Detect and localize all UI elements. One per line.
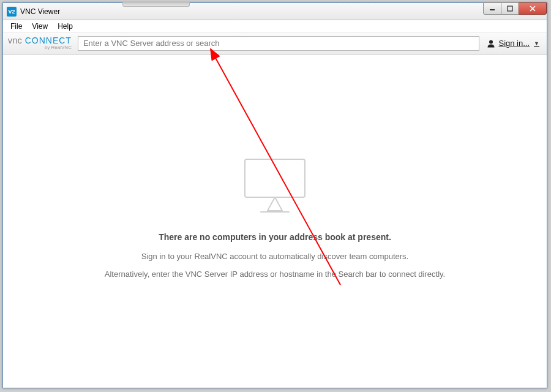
svg-rect-0 xyxy=(490,9,495,10)
empty-state-line1: Sign in to your RealVNC account to autom… xyxy=(141,252,408,261)
app-icon: V2 xyxy=(7,7,17,17)
menubar: File View Help xyxy=(3,20,547,32)
empty-state-line2: Alternatively, enter the VNC Server IP a… xyxy=(105,270,445,279)
maximize-button[interactable] xyxy=(501,2,519,15)
minimize-button[interactable] xyxy=(483,2,501,15)
menu-view[interactable]: View xyxy=(27,21,53,32)
user-icon xyxy=(487,39,495,48)
empty-state-title: There are no computers in your address b… xyxy=(159,232,391,242)
titlebar-tab-artifact xyxy=(122,2,190,7)
menu-file[interactable]: File xyxy=(6,21,27,32)
window-controls xyxy=(484,2,547,15)
titlebar[interactable]: V2 VNC Viewer xyxy=(3,3,547,20)
brand-logo-vnc: vnc xyxy=(8,36,22,45)
window-title: VNC Viewer xyxy=(20,7,60,16)
menu-help[interactable]: Help xyxy=(53,21,78,32)
close-icon xyxy=(529,6,536,12)
chevron-down-icon: ▼ xyxy=(534,40,539,47)
brand-logo-sub: by RealVNC xyxy=(45,45,72,50)
app-icon-text: V2 xyxy=(8,9,15,15)
svg-rect-3 xyxy=(245,159,305,197)
address-input[interactable] xyxy=(78,36,480,51)
brand-logo: vnc CONNECT by RealVNC xyxy=(8,36,72,50)
svg-point-2 xyxy=(489,40,493,43)
main-content: There are no computers in your address b… xyxy=(4,56,546,387)
sign-in-button[interactable]: Sign in... ▼ xyxy=(484,39,542,48)
brand-logo-connect: CONNECT xyxy=(25,36,72,45)
svg-rect-1 xyxy=(508,6,512,11)
brand-logo-main: vnc CONNECT xyxy=(8,36,72,45)
maximize-icon xyxy=(507,6,513,12)
minimize-icon xyxy=(489,6,495,12)
toolbar: vnc CONNECT by RealVNC Sign in... ▼ xyxy=(3,32,547,55)
close-button[interactable] xyxy=(519,2,547,15)
monitor-icon xyxy=(241,157,309,215)
app-window: V2 VNC Viewer File View Help vnc CONNECT… xyxy=(2,2,547,388)
sign-in-label: Sign in... xyxy=(498,39,530,48)
